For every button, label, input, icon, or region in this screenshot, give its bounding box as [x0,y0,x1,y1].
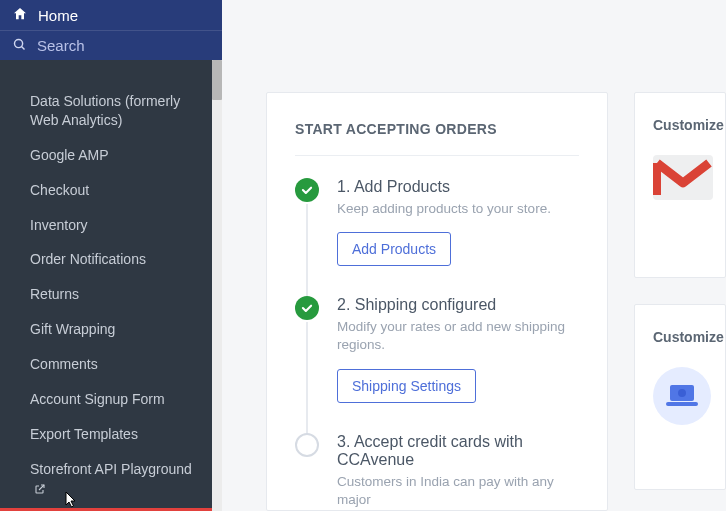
step-content: 3. Accept credit cards with CCAvenue Cus… [337,433,579,511]
laptop-icon [653,367,711,425]
right-column: Customize y Customize y [634,92,726,511]
home-nav[interactable]: Home [0,0,222,30]
step-desc: Modify your rates or add new shipping re… [337,318,579,354]
sidebar-item-label: Gift Wrapping [30,321,115,337]
onboarding-step-shipping: 2. Shipping configured Modify your rates… [295,296,579,432]
sidebar-item-comments[interactable]: Comments [0,347,212,382]
sidebar-item-label: Returns [30,286,79,302]
sidebar-item-order-notifications[interactable]: Order Notifications [0,242,212,277]
step-title: 2. Shipping configured [337,296,579,314]
sidebar-item-label: Storefront API Playground [30,461,192,477]
sidebar-item-label: Comments [30,356,98,372]
onboarding-step-payments: 3. Accept credit cards with CCAvenue Cus… [295,433,579,511]
svg-point-3 [678,389,686,397]
onboarding-step-add-products: 1. Add Products Keep adding products to … [295,178,579,296]
sidebar-item-account-signup-form[interactable]: Account Signup Form [0,382,212,417]
side-card-title: Customize y [653,329,707,345]
search-row[interactable] [0,30,222,60]
step-desc: Keep adding products to your store. [337,200,579,218]
svg-point-0 [15,39,23,47]
sidebar: Data Solutions (formerly Web Analytics) … [0,60,222,511]
customize-card-2: Customize y [634,304,726,490]
sidebar-item-api-accounts[interactable]: API Accounts [0,508,212,511]
svg-line-1 [22,46,25,49]
step-title: 1. Add Products [337,178,579,196]
sidebar-item-label: Account Signup Form [30,391,165,407]
sidebar-scrollbar-thumb[interactable] [212,60,222,100]
sidebar-item-label: Checkout [30,182,89,198]
step-title: 3. Accept credit cards with CCAvenue [337,433,579,469]
sidebar-item-label: Inventory [30,217,88,233]
search-icon [12,37,27,55]
sidebar-item-gift-wrapping[interactable]: Gift Wrapping [0,312,212,347]
sidebar-scroll[interactable]: Data Solutions (formerly Web Analytics) … [0,60,212,511]
sidebar-scrollbar[interactable] [212,60,222,511]
sidebar-item-label: Google AMP [30,147,109,163]
onboarding-card: START ACCEPTING ORDERS 1. Add Products K… [266,92,608,511]
sidebar-item-export-templates[interactable]: Export Templates [0,417,212,452]
home-label: Home [38,7,78,24]
step-desc: Customers in India can pay with any majo… [337,473,579,509]
customize-card-1: Customize y [634,92,726,278]
step-status-done-icon [295,178,319,202]
step-content: 2. Shipping configured Modify your rates… [337,296,579,402]
search-input[interactable] [37,37,210,54]
home-icon [12,6,28,25]
sidebar-item-inventory[interactable]: Inventory [0,208,212,243]
step-status-done-icon [295,296,319,320]
side-card-title: Customize y [653,117,707,133]
step-connector [306,204,308,298]
sidebar-item-label: Data Solutions (formerly Web Analytics) [30,93,180,128]
sidebar-item-label: Export Templates [30,426,138,442]
sidebar-item-storefront-api-playground[interactable]: Storefront API Playground [0,452,212,508]
sidebar-item-google-amp[interactable]: Google AMP [0,138,212,173]
add-products-button[interactable]: Add Products [337,232,451,266]
onboarding-title: START ACCEPTING ORDERS [295,121,579,156]
step-connector [306,322,308,434]
step-status-todo-icon [295,433,319,457]
sidebar-item-data-solutions[interactable]: Data Solutions (formerly Web Analytics) [0,84,212,138]
external-link-icon [34,482,46,498]
sidebar-item-checkout[interactable]: Checkout [0,173,212,208]
sidebar-item-label: Order Notifications [30,251,146,267]
sidebar-item-returns[interactable]: Returns [0,277,212,312]
main-content: START ACCEPTING ORDERS 1. Add Products K… [222,60,726,511]
svg-rect-4 [666,402,698,406]
top-bar: Home [0,0,222,60]
shipping-settings-button[interactable]: Shipping Settings [337,369,476,403]
gmail-logo-icon [653,155,713,200]
step-content: 1. Add Products Keep adding products to … [337,178,579,266]
onboarding-steps: 1. Add Products Keep adding products to … [295,178,579,511]
